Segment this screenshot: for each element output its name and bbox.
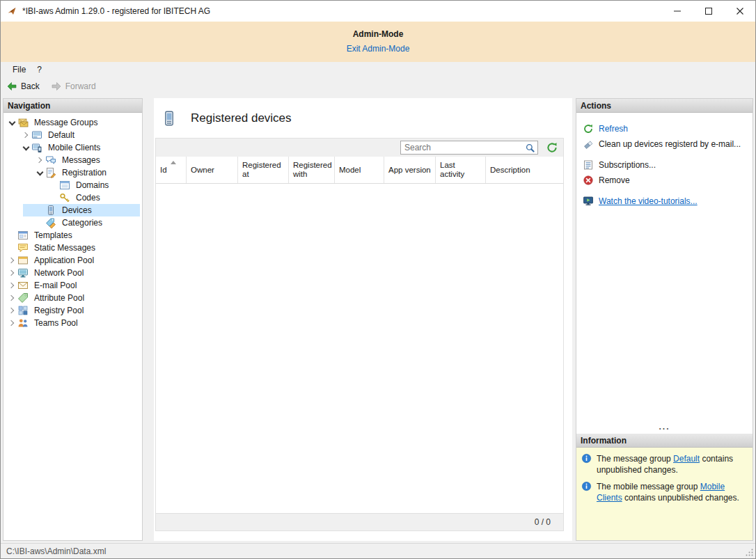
column-header-registered-with[interactable]: Registered with — [289, 157, 335, 183]
speech-bubble-icon — [17, 242, 29, 253]
template-window-icon — [17, 230, 29, 241]
column-header-registered-at[interactable]: Registered at — [238, 157, 289, 183]
tree-item-label: Devices — [60, 205, 94, 216]
tree-item-label: Application Pool — [32, 255, 96, 266]
tree-item-email-pool[interactable]: E-mail Pool — [3, 279, 142, 292]
domains-icon — [59, 180, 70, 191]
column-label: App version — [388, 166, 431, 175]
column-header-id[interactable]: Id — [156, 157, 187, 183]
menu-file[interactable]: File — [7, 62, 31, 77]
monitor-icon — [17, 267, 29, 278]
envelope-icon — [17, 280, 29, 291]
tree-item-teams-pool[interactable]: Teams Pool — [3, 317, 142, 329]
maximize-button[interactable] — [693, 1, 724, 22]
chevron-right-icon[interactable] — [6, 255, 17, 266]
column-header-last-activity[interactable]: Last activity — [436, 157, 486, 183]
chevron-down-icon[interactable] — [34, 167, 45, 178]
window-title: *IBI-aws Admin 1.29.0 - registered for I… — [22, 6, 210, 16]
action-watch-video-tutorials[interactable]: Watch the video-tutorials... — [576, 194, 753, 209]
tree-item-codes[interactable]: Codes — [3, 191, 142, 204]
tree-item-label: Attribute Pool — [32, 292, 86, 304]
tree-indent-spacer — [34, 205, 45, 216]
action-refresh[interactable]: Refresh — [576, 121, 753, 136]
search-icon[interactable] — [522, 141, 537, 154]
tree-item-categories[interactable]: Categories — [3, 216, 142, 229]
tree-item-devices[interactable]: Devices — [3, 204, 142, 216]
column-header-model[interactable]: Model — [335, 157, 384, 183]
column-label: Registered with — [293, 161, 332, 179]
back-button[interactable]: Back — [6, 81, 40, 92]
information-panel-header: Information — [576, 434, 753, 448]
close-icon — [737, 8, 743, 15]
column-header-description[interactable]: Description — [486, 157, 563, 183]
title-bar: *IBI-aws Admin 1.29.0 - registered for I… — [1, 1, 755, 22]
exit-admin-mode-link[interactable]: Exit Admin-Mode — [347, 44, 410, 54]
people-icon — [17, 317, 29, 329]
tree-item-message-groups[interactable]: Message Groups — [3, 116, 142, 129]
panel-splitter-handle[interactable]: ... — [576, 423, 753, 430]
tree-item-domains[interactable]: Domains — [3, 179, 142, 191]
column-header-owner[interactable]: Owner — [187, 157, 238, 183]
info-message-mobile-clients: The mobile message group Mobile Clients … — [581, 481, 748, 503]
info-text: The mobile message group Mobile Clients … — [597, 481, 748, 503]
registered-devices-icon — [161, 109, 178, 128]
remove-icon — [583, 175, 594, 186]
search-input[interactable] — [401, 142, 522, 153]
row-count: 0 / 0 — [535, 517, 551, 527]
action-label: Subscriptions... — [599, 160, 656, 170]
tree-item-application-pool[interactable]: Application Pool — [3, 254, 142, 267]
column-header-app-version[interactable]: App version — [384, 157, 436, 183]
tree-indent-spacer — [6, 242, 17, 253]
resize-grip[interactable] — [744, 547, 754, 557]
tree-item-label: Default — [46, 129, 77, 141]
tree-indent-spacer — [48, 180, 59, 191]
refresh-grid-icon[interactable] — [546, 141, 558, 154]
navigation-panel-header: Navigation — [3, 99, 142, 113]
chevron-right-icon[interactable] — [6, 305, 17, 316]
tree-item-label: Domains — [74, 180, 111, 191]
app-logo-icon — [6, 6, 17, 17]
forward-button[interactable]: Forward — [51, 81, 96, 92]
action-group-divider — [576, 152, 753, 157]
tree-item-attribute-pool[interactable]: Attribute Pool — [3, 292, 142, 304]
info-link-default[interactable]: Default — [673, 454, 700, 464]
tree-item-static-messages[interactable]: Static Messages — [3, 242, 142, 254]
action-subscriptions[interactable]: Subscriptions... — [576, 157, 753, 173]
chevron-right-icon[interactable] — [6, 267, 17, 278]
devices-grid: Id Owner Registered at Registered with M… — [155, 138, 564, 531]
tree-indent-spacer — [48, 192, 59, 203]
tree-item-mobile-clients[interactable]: Mobile Clients — [3, 141, 142, 154]
chevron-right-icon[interactable] — [34, 155, 45, 166]
tree-item-registry-pool[interactable]: Registry Pool — [3, 304, 142, 317]
chevron-right-icon[interactable] — [6, 292, 17, 304]
tree-item-network-pool[interactable]: Network Pool — [3, 267, 142, 279]
chevron-right-icon[interactable] — [6, 280, 17, 291]
column-label: Description — [490, 166, 530, 175]
table-body-empty[interactable] — [156, 184, 563, 513]
mobile-clients-icon — [31, 142, 42, 153]
key-icon — [59, 192, 70, 203]
navigation-tree: Message Groups Default Mobile Clients Me… — [3, 113, 142, 329]
tree-item-label: Message Groups — [32, 117, 100, 128]
close-button[interactable] — [724, 1, 755, 22]
chevron-right-icon[interactable] — [20, 129, 31, 141]
tree-item-label: Mobile Clients — [46, 142, 102, 153]
tree-item-templates[interactable]: Templates — [3, 229, 142, 242]
action-clean-up-devices[interactable]: Clean up devices registerd by e-mail... — [576, 136, 753, 152]
column-label: Model — [339, 166, 361, 175]
chevron-down-icon[interactable] — [6, 117, 17, 128]
navigation-toolbar: Back Forward — [1, 77, 755, 95]
tree-item-messages[interactable]: Messages — [3, 154, 142, 166]
minimize-button[interactable] — [661, 1, 693, 22]
tree-item-registration[interactable]: Registration — [3, 166, 142, 179]
back-button-label: Back — [21, 81, 40, 91]
app-window: *IBI-aws Admin 1.29.0 - registered for I… — [0, 0, 756, 559]
main-panel: Registered devices Id — [154, 98, 572, 541]
tree-item-default[interactable]: Default — [3, 129, 142, 141]
action-remove[interactable]: Remove — [576, 173, 753, 188]
tree-item-label: Messages — [60, 155, 102, 166]
menu-help[interactable]: ? — [31, 62, 47, 77]
chevron-down-icon[interactable] — [20, 142, 31, 153]
chevron-right-icon[interactable] — [6, 317, 17, 329]
mobile-device-icon — [45, 205, 56, 216]
